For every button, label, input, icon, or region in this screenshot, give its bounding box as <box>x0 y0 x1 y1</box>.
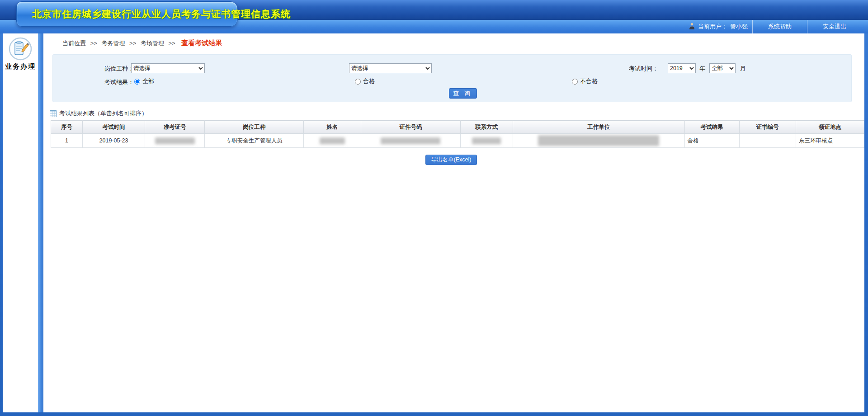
filter-panel: 岗位工种： 请选择 请选择 考试时间： 2019 年- 全部 月 考试结果： 全… <box>52 54 852 102</box>
system-help-link[interactable]: 系统帮助 <box>753 20 807 33</box>
result-radio-pass-label: 合格 <box>363 77 375 85</box>
person-icon <box>689 23 695 31</box>
column-header[interactable]: 联系方式 <box>460 121 513 134</box>
result-radio-pass[interactable]: 合格 <box>355 77 375 85</box>
sidebar-divider-bar <box>38 33 43 412</box>
column-header[interactable]: 准考证号 <box>145 121 205 134</box>
result-radio-fail[interactable]: 不合格 <box>572 77 598 85</box>
breadcrumb: 当前位置 >> 考务管理 >> 考场管理 >> 查看考试结果 <box>62 39 222 48</box>
exam-year-select[interactable]: 2019 <box>668 63 696 73</box>
redaction-blur <box>381 137 440 144</box>
breadcrumb-item-exam-admin[interactable]: 考务管理 <box>101 40 125 47</box>
job-type-label: 岗位工种： <box>104 65 134 73</box>
current-user: 当前用户： 管小强 <box>674 20 752 33</box>
year-suffix-label: 年- <box>699 65 707 73</box>
table-cell <box>739 134 796 148</box>
column-header[interactable]: 领证地点 <box>796 121 864 134</box>
column-header[interactable]: 工作单位 <box>513 121 684 134</box>
results-table-body: 12019-05-23专职安全生产管理人员合格东三环审核点 <box>51 134 864 148</box>
redaction-blur <box>320 137 345 144</box>
exam-result-label: 考试结果： <box>104 78 134 86</box>
page: 北京市住房城乡建设行业从业人员考务与证书管理信息系统 当前用户： 管小强 系统帮… <box>0 0 868 416</box>
exam-month-select[interactable]: 全部 <box>709 63 736 73</box>
results-table-head: 序号考试时间准考证号岗位工种姓名证件号码联系方式工作单位考试结果证书编号领证地点 <box>51 121 864 134</box>
redaction-blur <box>538 135 659 146</box>
result-radio-pass-input[interactable] <box>355 79 361 85</box>
column-header[interactable]: 考试结果 <box>684 121 739 134</box>
redaction-blur <box>155 137 195 144</box>
sidebar-item-business[interactable]: 业务办理 <box>3 62 38 71</box>
app-banner-ribbon: 北京市住房城乡建设行业从业人员考务与证书管理信息系统 <box>16 1 238 27</box>
table-cell: 合格 <box>684 134 739 148</box>
result-radio-all-label: 全部 <box>142 77 154 85</box>
job-type-select[interactable]: 请选择 <box>131 63 205 73</box>
result-radio-fail-input[interactable] <box>572 79 578 85</box>
column-header[interactable]: 岗位工种 <box>205 121 303 134</box>
top-menubar: 当前用户： 管小强 系统帮助 安全退出 <box>674 20 862 33</box>
job-type-secondary-select[interactable]: 请选择 <box>349 63 432 73</box>
clipboard-pencil-icon[interactable] <box>9 37 32 61</box>
column-header[interactable]: 证件号码 <box>361 121 461 134</box>
redacted-cell <box>303 134 361 148</box>
sidebar: 业务办理 <box>3 33 38 412</box>
current-user-name: 管小强 <box>730 23 748 31</box>
breadcrumb-prefix: 当前位置 <box>62 40 86 47</box>
page-title: 查看考试结果 <box>181 39 222 47</box>
results-list-title-text: 考试结果列表（单击列名可排序） <box>59 109 147 118</box>
redacted-cell <box>460 134 513 148</box>
result-radio-all-input[interactable] <box>134 79 140 85</box>
table-cell: 1 <box>51 134 83 148</box>
main-content: 当前位置 >> 考务管理 >> 考场管理 >> 查看考试结果 岗位工种： 请选择… <box>43 33 864 412</box>
results-table: 序号考试时间准考证号岗位工种姓名证件号码联系方式工作单位考试结果证书编号领证地点… <box>51 120 864 148</box>
app-header: 北京市住房城乡建设行业从业人员考务与证书管理信息系统 当前用户： 管小强 系统帮… <box>0 0 868 33</box>
table-grid-icon <box>50 110 57 117</box>
export-row: 导出名单(Excel) <box>51 155 852 165</box>
app-title: 北京市住房城乡建设行业从业人员考务与证书管理信息系统 <box>17 2 237 26</box>
search-button[interactable]: 查 询 <box>449 88 477 99</box>
breadcrumb-separator: >> <box>129 40 136 47</box>
logout-link[interactable]: 安全退出 <box>807 20 862 33</box>
column-header[interactable]: 序号 <box>51 121 83 134</box>
breadcrumb-separator: >> <box>169 40 175 47</box>
table-cell: 东三环审核点 <box>796 134 864 148</box>
results-list-title: 考试结果列表（单击列名可排序） <box>50 109 147 118</box>
breadcrumb-item-venue-admin[interactable]: 考场管理 <box>141 40 164 47</box>
table-cell: 2019-05-23 <box>83 134 145 148</box>
current-user-label: 当前用户： <box>698 23 727 31</box>
table-row: 12019-05-23专职安全生产管理人员合格东三环审核点 <box>51 134 864 148</box>
redaction-blur <box>472 137 501 144</box>
column-header[interactable]: 证书编号 <box>739 121 796 134</box>
exam-time-label: 考试时间： <box>629 65 658 73</box>
breadcrumb-separator: >> <box>90 40 97 47</box>
column-header[interactable]: 姓名 <box>303 121 361 134</box>
export-excel-button[interactable]: 导出名单(Excel) <box>425 155 477 165</box>
redacted-cell <box>513 134 684 148</box>
result-radio-fail-label: 不合格 <box>580 77 598 85</box>
redacted-cell <box>361 134 461 148</box>
result-radio-all[interactable]: 全部 <box>134 77 154 85</box>
redacted-cell <box>145 134 205 148</box>
header-row: 序号考试时间准考证号岗位工种姓名证件号码联系方式工作单位考试结果证书编号领证地点 <box>51 121 864 134</box>
table-cell: 专职安全生产管理人员 <box>205 134 303 148</box>
month-suffix-label: 月 <box>740 65 746 73</box>
column-header[interactable]: 考试时间 <box>83 121 145 134</box>
